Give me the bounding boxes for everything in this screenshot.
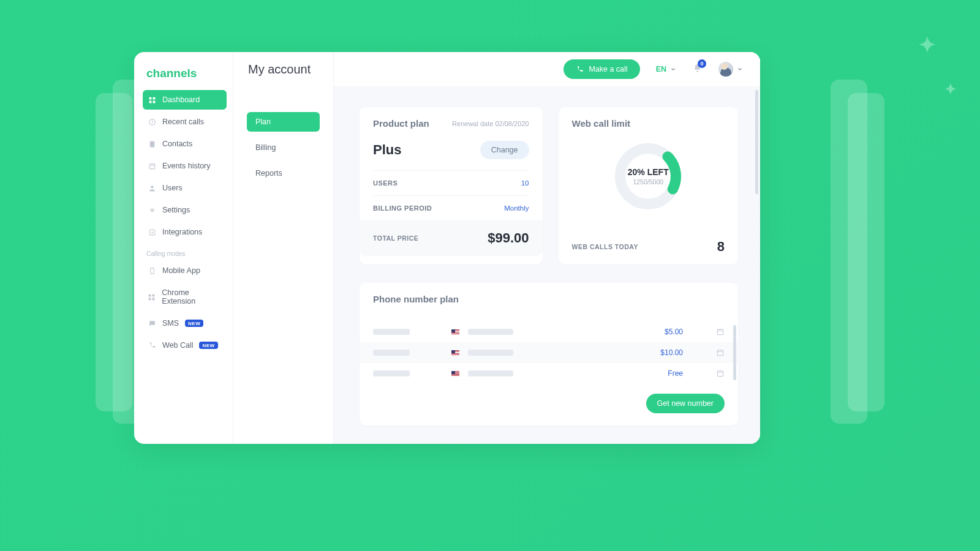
scrollbar[interactable] [733,325,736,380]
card-title: Phone number plan [373,294,459,304]
chevron-down-icon [670,66,676,72]
total-price-value: $99.00 [488,230,529,246]
avatar [718,62,733,77]
sidebar-section-label: Calling modes [143,244,227,261]
svg-rect-10 [150,268,153,274]
brand-logo: channels [143,64,227,90]
change-plan-button[interactable]: Change [480,141,529,159]
sidebar-item-label: SMS [162,319,179,328]
notifications-button[interactable]: 0 [692,63,703,76]
sidebar-item-chrome-extension[interactable]: Chrome Extension [143,283,227,311]
sidebar-item-label: Contacts [162,140,192,148]
get-new-number-button[interactable]: Get new number [646,394,725,413]
users-value[interactable]: 10 [521,179,529,187]
profile-menu[interactable] [718,62,743,77]
donut-main-text: 20% LEFT [628,167,669,177]
sidebar-item-label: Web Call [162,341,193,350]
svg-rect-6 [149,163,155,168]
gear-icon [148,206,156,214]
phone-number-list: $5.00 $10.00 [360,321,738,384]
sidebar-item-sms[interactable]: SMS NEW [143,313,227,333]
svg-rect-5 [149,141,154,147]
grid-icon [148,293,156,301]
user-icon [148,184,156,192]
chevron-down-icon [737,66,743,72]
sidebar-item-settings[interactable]: Settings [143,200,227,220]
plus-box-icon [148,228,156,236]
language-selector[interactable]: EN [656,65,676,73]
subnav-item-billing[interactable]: Billing [247,138,320,157]
content-scroll[interactable]: Product plan Renewal date 02/08/2020 Plu… [334,86,760,444]
donut-sub-text: 1250/5000 [633,178,663,186]
sidebar-item-contacts[interactable]: Contacts [143,134,227,154]
sidebar-item-mobile-app[interactable]: Mobile App [143,261,227,280]
phone-label-placeholder [468,350,513,356]
svg-rect-11 [149,294,151,296]
us-flag-icon [451,350,459,356]
subnav-item-plan[interactable]: Plan [247,112,320,132]
svg-rect-0 [149,97,151,99]
phone-number-placeholder [373,329,410,335]
language-label: EN [656,65,666,73]
make-call-button[interactable]: Make a call [564,59,639,79]
phone-number-plan-card: Phone number plan $5.00 [360,283,738,425]
primary-nav: Dashboard Recent calls Contacts Events h… [143,90,227,358]
sidebar-item-label: Mobile App [162,266,200,275]
page-title: My account [248,62,311,77]
sidebar-item-integrations[interactable]: Integrations [143,222,227,242]
total-price-label: TOTAL PRICE [373,234,418,242]
product-plan-card: Product plan Renewal date 02/08/2020 Plu… [360,107,543,264]
calendar-icon[interactable] [716,348,725,357]
svg-rect-2 [149,100,151,103]
web-call-limit-card: Web call limit 20% LEFT 1250/5000 [559,107,739,264]
contact-icon [148,140,156,148]
calendar-icon[interactable] [716,369,725,378]
card-title: Product plan [373,118,429,129]
web-calls-today-value: 8 [717,239,725,255]
svg-rect-3 [153,100,155,103]
calendar-icon[interactable] [716,328,725,336]
users-label: USERS [373,179,398,187]
make-call-label: Make a call [589,65,627,73]
svg-rect-12 [153,294,155,296]
phone-label-placeholder [468,370,513,377]
clock-icon [148,118,156,126]
renewal-date: Renewal date 02/08/2020 [452,120,529,127]
phone-number-placeholder [373,350,410,356]
grid-icon [148,96,156,104]
svg-rect-18 [717,350,723,356]
sidebar-item-label: Integrations [162,228,202,236]
phone-icon [148,341,156,350]
calendar-icon [148,162,156,170]
mobile-icon [148,266,156,275]
sidebar-item-label: Users [162,184,183,192]
donut-chart: 20% LEFT 1250/5000 [572,137,725,219]
svg-rect-13 [149,298,151,300]
sidebar-item-events-history[interactable]: Events history [143,156,227,176]
sidebar-item-dashboard[interactable]: Dashboard [143,90,227,110]
phone-number-row[interactable]: Free [360,363,738,384]
topbar: My account Make a call EN 0 [334,52,760,86]
phone-number-row[interactable]: $5.00 [360,321,738,342]
svg-rect-14 [153,298,155,300]
svg-rect-19 [717,371,723,377]
svg-rect-1 [153,97,155,99]
us-flag-icon [451,329,459,335]
sidebar-item-web-call[interactable]: Web Call NEW [143,335,227,355]
subnav-item-reports[interactable]: Reports [247,163,320,183]
sidebar-item-label: Recent calls [162,118,204,126]
subnav: Plan Billing Reports [233,52,334,444]
sidebar-item-label: Chrome Extension [162,288,222,305]
billing-period-label: BILLING PEROID [373,204,432,212]
web-calls-today-label: WEB CALLS TODAY [572,243,638,250]
phone-number-row[interactable]: $10.00 [360,342,738,363]
scrollbar[interactable] [755,90,758,194]
phone-price: $5.00 [665,328,683,336]
sidebar-item-users[interactable]: Users [143,178,227,198]
phone-price: Free [668,369,683,378]
sidebar-item-recent-calls[interactable]: Recent calls [143,112,227,132]
sidebar-item-label: Events history [162,162,211,170]
new-badge: NEW [185,320,203,327]
billing-period-value[interactable]: Monthly [504,204,529,212]
chat-icon [148,319,156,328]
